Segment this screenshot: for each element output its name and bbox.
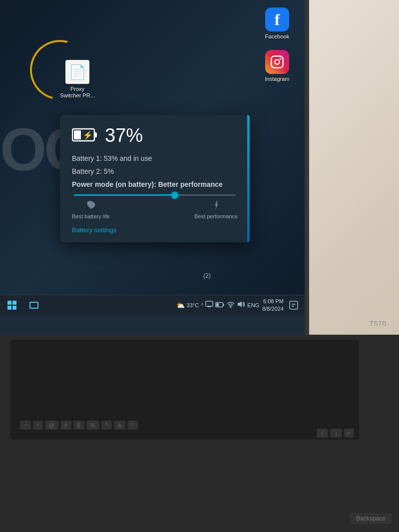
popup-accent bbox=[247, 115, 250, 242]
date-label: 8/8/2024 bbox=[262, 305, 284, 312]
instagram-icon-label: Instagram bbox=[265, 76, 290, 82]
battery-life-icon bbox=[85, 200, 96, 212]
sidebar-badge-3: (2) bbox=[203, 272, 211, 279]
battery-percent-value: 37% bbox=[105, 125, 143, 146]
volume-icon[interactable] bbox=[237, 301, 245, 309]
laptop-screen: OC 📄 Proxy Switcher PR... f Facebook bbox=[0, 0, 305, 335]
facebook-icon-label: Facebook bbox=[265, 33, 289, 40]
svg-rect-21 bbox=[290, 301, 298, 309]
proxy-icon-image: 📄 bbox=[65, 60, 89, 84]
keyboard-area: ~ ! @ # $ % ^ & * ( ) ↵ Backspace bbox=[0, 335, 399, 532]
best-battery-life-label: Best battery life bbox=[72, 213, 110, 219]
svg-rect-15 bbox=[208, 306, 211, 307]
start-button[interactable] bbox=[4, 297, 20, 313]
taskbar-app-icon[interactable] bbox=[25, 296, 43, 314]
battery2-info: Battery 2: 5% bbox=[72, 167, 238, 175]
svg-rect-13 bbox=[30, 303, 37, 308]
battery-header: ⚡ 37% bbox=[72, 125, 238, 146]
taskbar-datetime[interactable]: 6:08 PM 8/8/2024 bbox=[262, 298, 284, 312]
desktop-icon-facebook[interactable]: f Facebook bbox=[260, 7, 295, 40]
svg-rect-0 bbox=[271, 56, 283, 67]
weather-icon: ⛅ bbox=[176, 301, 185, 309]
model-label: T570 bbox=[370, 320, 387, 327]
desktop-icon-proxy[interactable]: 📄 Proxy Switcher PR... bbox=[60, 60, 95, 99]
desktop-icon-instagram[interactable]: Instagram bbox=[260, 50, 295, 82]
screen-icon[interactable] bbox=[205, 301, 213, 309]
slider-track bbox=[74, 194, 236, 196]
battery-icon: ⚡ bbox=[72, 127, 98, 144]
svg-point-2 bbox=[280, 58, 282, 60]
slider-labels: Best battery life Best performance bbox=[72, 200, 238, 219]
wifi-icon[interactable] bbox=[226, 301, 235, 309]
slider-fill bbox=[74, 194, 174, 196]
svg-rect-17 bbox=[223, 304, 224, 306]
taskbar: ⛅ 33°C ^ bbox=[0, 295, 305, 315]
svg-rect-11 bbox=[12, 306, 16, 310]
best-performance-label: Best performance bbox=[194, 213, 238, 219]
svg-rect-8 bbox=[7, 301, 11, 305]
svg-rect-4 bbox=[94, 132, 97, 137]
power-mode-label: Power mode (on battery): Better performa… bbox=[72, 180, 238, 188]
proxy-icon-label: Proxy Switcher PR... bbox=[60, 86, 95, 99]
time-label: 6:08 PM bbox=[263, 298, 284, 305]
power-mode-slider[interactable] bbox=[72, 194, 238, 196]
svg-marker-7 bbox=[215, 201, 218, 210]
svg-rect-14 bbox=[206, 301, 213, 306]
svg-rect-5 bbox=[74, 130, 81, 139]
chevron-up-icon[interactable]: ^ bbox=[201, 302, 203, 308]
facebook-icon-image: f bbox=[265, 7, 289, 31]
system-tray: ⛅ 33°C ^ bbox=[176, 301, 260, 309]
svg-point-19 bbox=[230, 307, 232, 308]
battery-popup: ⚡ 37% Battery 1: 53% and in use Battery … bbox=[60, 115, 250, 242]
svg-text:⚡: ⚡ bbox=[83, 130, 93, 140]
performance-icon bbox=[211, 200, 222, 212]
svg-rect-10 bbox=[7, 306, 11, 310]
slider-thumb[interactable] bbox=[171, 192, 178, 199]
battery1-info: Battery 1: 53% and in use bbox=[72, 154, 238, 162]
backspace-key[interactable]: Backspace bbox=[350, 515, 392, 522]
svg-point-1 bbox=[275, 59, 279, 64]
language-label: ENG bbox=[247, 302, 259, 308]
notification-icon[interactable] bbox=[287, 298, 301, 312]
temperature-label: 33°C bbox=[187, 302, 199, 308]
svg-rect-18 bbox=[216, 303, 219, 306]
battery-tray-icon[interactable] bbox=[215, 301, 224, 309]
svg-marker-20 bbox=[238, 301, 242, 307]
desktop: OC 📄 Proxy Switcher PR... f Facebook bbox=[0, 0, 305, 315]
svg-rect-9 bbox=[12, 301, 16, 305]
slider-label-left: Best battery life bbox=[72, 200, 110, 219]
instagram-icon-image bbox=[265, 50, 289, 74]
keyboard-surface: ~ ! @ # $ % ^ & * ( ) ↵ bbox=[10, 340, 359, 440]
battery-settings-link[interactable]: Battery settings bbox=[72, 226, 117, 234]
slider-label-right: Best performance bbox=[194, 200, 238, 219]
